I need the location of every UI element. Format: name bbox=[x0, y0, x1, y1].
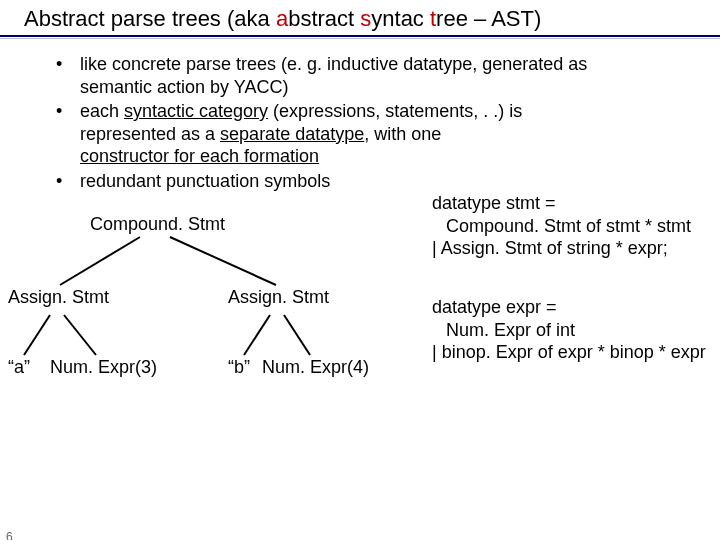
bullet-1: like concrete parse trees (e. g. inducti… bbox=[56, 53, 710, 98]
tree-leaf-a: “a” bbox=[8, 357, 30, 378]
title-red-a: a bbox=[276, 6, 288, 31]
svg-line-3 bbox=[64, 315, 96, 355]
tree-assign-left: Assign. Stmt bbox=[8, 287, 109, 308]
tree-edges bbox=[0, 225, 430, 425]
bullet-2-line1a: each bbox=[80, 101, 124, 121]
svg-line-4 bbox=[244, 315, 270, 355]
svg-line-2 bbox=[24, 315, 50, 355]
title-rule bbox=[0, 35, 720, 37]
tree-leaf-a-expr: Num. Expr(3) bbox=[50, 357, 157, 378]
bullet-1-line1: like concrete parse trees (e. g. inducti… bbox=[80, 54, 587, 74]
bullet-3: redundant punctuation symbols bbox=[56, 170, 710, 193]
title-pre: Abstract parse trees (aka bbox=[24, 6, 276, 31]
expr-l2: Num. Expr of int bbox=[432, 319, 706, 342]
expr-l3: | binop. Expr of expr * binop * expr bbox=[432, 342, 706, 362]
tree-leaf-b: “b” bbox=[228, 357, 250, 378]
svg-line-0 bbox=[60, 237, 140, 285]
expr-l1: datatype expr = bbox=[432, 297, 557, 317]
tree-leaf-b-expr: Num. Expr(4) bbox=[262, 357, 369, 378]
title-mid2: yntac bbox=[371, 6, 430, 31]
svg-line-5 bbox=[284, 315, 310, 355]
stmt-l3: | Assign. Stmt of string * expr; bbox=[432, 238, 668, 258]
bullet-2: each syntactic category (expressions, st… bbox=[56, 100, 710, 168]
page-title: Abstract parse trees (aka abstract synta… bbox=[0, 0, 720, 35]
svg-line-1 bbox=[170, 237, 276, 285]
page-number: 6 bbox=[6, 530, 13, 540]
title-mid: bstract bbox=[288, 6, 360, 31]
bullet-2-line2u: separate datatype bbox=[220, 124, 364, 144]
title-post: ree – AST) bbox=[436, 6, 541, 31]
bullet-2-line1b: (expressions, statements, . .) is bbox=[268, 101, 522, 121]
bullet-list: like concrete parse trees (e. g. inducti… bbox=[0, 39, 720, 192]
bullet-2-line2a: represented as a bbox=[80, 124, 220, 144]
datatype-stmt-block: datatype stmt = Compound. Stmt of stmt *… bbox=[432, 192, 691, 260]
bullet-2-line1u: syntactic category bbox=[124, 101, 268, 121]
datatype-expr-block: datatype expr = Num. Expr of int | binop… bbox=[432, 296, 706, 364]
stmt-l1: datatype stmt = bbox=[432, 193, 556, 213]
stmt-l2: Compound. Stmt of stmt * stmt bbox=[432, 215, 691, 238]
bullet-3-line1: redundant punctuation symbols bbox=[80, 171, 330, 191]
bullet-2-line3a: constructor for each formation bbox=[80, 146, 319, 166]
title-red-s: s bbox=[360, 6, 371, 31]
bullet-2-line2b: , with one bbox=[364, 124, 441, 144]
parse-tree-diagram: Assign. Stmt Assign. Stmt “a” Num. Expr(… bbox=[0, 225, 430, 425]
bullet-1-line2: semantic action by YACC) bbox=[80, 77, 288, 97]
tree-assign-right: Assign. Stmt bbox=[228, 287, 329, 308]
